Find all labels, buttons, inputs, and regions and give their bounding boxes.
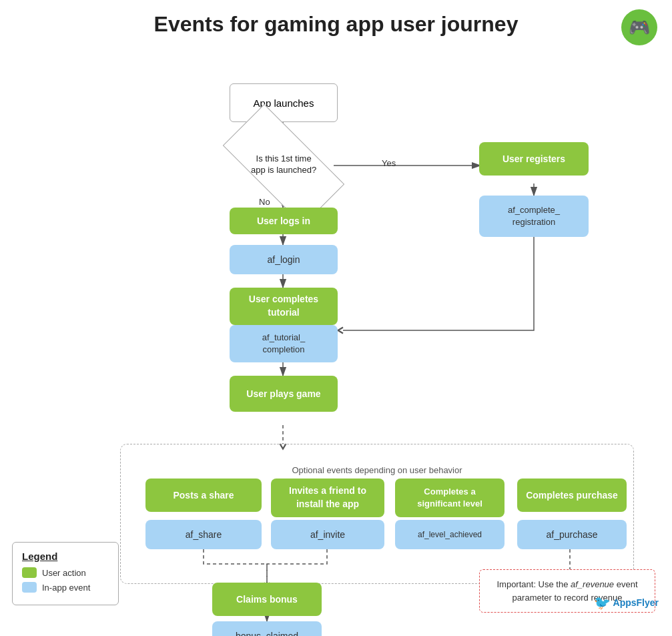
af-level-achieved-node: af_level_achieved [395,520,505,549]
user-completes-tutorial-node: User completestutorial [230,288,338,325]
legend-item-user-action: User action [22,567,106,578]
completes-significant-node: Completes asignificant level [395,479,505,517]
legend: Legend User action In-app event [12,542,119,605]
gamepad-icon: 🎮 [621,9,657,45]
completes-purchase-node: Completes purchase [517,479,627,512]
no-label: No [259,197,270,207]
af-invite-node: af_invite [271,520,384,549]
af-share-node: af_share [145,520,262,549]
appsflyer-text: AppsFlyer [613,597,659,608]
legend-swatch-blue [22,582,37,593]
invites-friend-node: Invites a friend toinstall the app [271,479,384,517]
optional-label: Optional events depending on user behavi… [120,465,634,475]
claims-bonus-node: Claims bonus [212,583,322,616]
af-purchase-node: af_purchase [517,520,627,549]
af-login-node: af_login [230,245,338,274]
appsflyer-bird-icon: 🐦 [594,595,611,611]
bonus-claimed-node: bonus_claimed [212,621,322,636]
legend-swatch-green [22,567,37,578]
posts-share-node: Posts a share [145,479,262,512]
appsflyer-logo: 🐦 AppsFlyer [594,595,659,611]
af-complete-registration-node: af_complete_registration [479,196,589,237]
legend-item-inapp-event: In-app event [22,582,106,593]
page-title: Events for gaming app user journey [0,0,672,43]
user-registers-node: User registers [479,142,589,176]
yes-label: Yes [382,158,396,168]
user-plays-game-node: User plays game [230,376,338,412]
legend-title: Legend [22,551,106,562]
af-tutorial-completion-node: af_tutorial_completion [230,325,338,362]
user-logs-in-node: User logs in [230,208,338,234]
app-launches-node: App launches [230,83,338,122]
